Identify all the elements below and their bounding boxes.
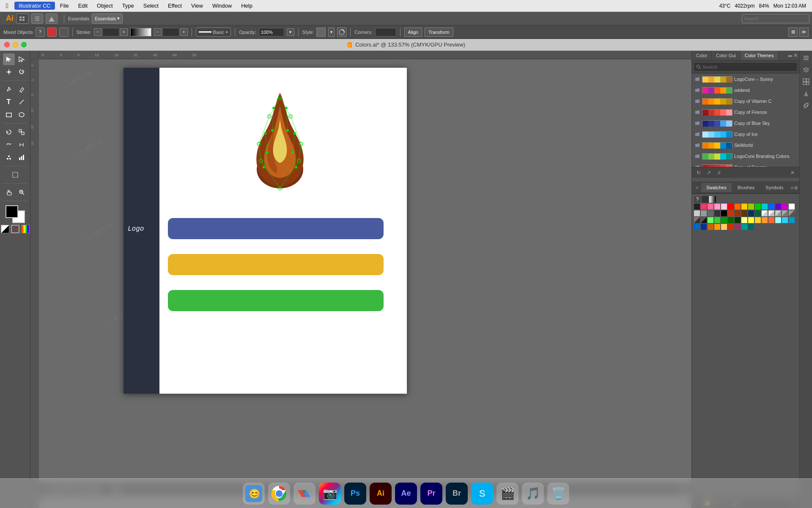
layers-btn[interactable]	[801, 65, 811, 75]
swatches-list-view[interactable]: ≡	[791, 185, 793, 190]
swatch-dgray[interactable]	[707, 210, 714, 217]
swatch-question[interactable]: ?	[694, 196, 701, 203]
workspace-dropdown[interactable]: Essentials ▾	[92, 14, 123, 24]
swatch-red-1[interactable]	[727, 203, 734, 210]
swatch-brick-red[interactable]	[727, 224, 734, 230]
mixed-objects-icon[interactable]: ?	[36, 28, 45, 37]
artboard-tool[interactable]	[9, 169, 21, 181]
swatch-orange-1[interactable]	[734, 203, 741, 210]
none-color-btn[interactable]	[11, 225, 19, 233]
swatches-grid-view[interactable]: ⊞	[794, 185, 798, 190]
menu-object[interactable]: Object	[93, 2, 117, 10]
ellipse-tool[interactable]	[16, 109, 27, 121]
tab-swatches[interactable]: Swatches	[701, 183, 732, 192]
swatch-brown-2[interactable]	[741, 210, 748, 217]
dock-dvd[interactable]: 🎬	[497, 483, 518, 505]
lasso-tool[interactable]	[16, 66, 27, 78]
swatch-brown-1[interactable]	[734, 210, 741, 217]
search-input[interactable]	[742, 14, 809, 23]
swatch-lblue[interactable]	[782, 217, 788, 224]
graph-tool[interactable]	[16, 152, 27, 163]
magic-wand-tool[interactable]	[3, 66, 15, 78]
dock-photoshop[interactable]: Ps	[344, 483, 366, 505]
direct-selection-tool[interactable]	[16, 53, 27, 65]
toolbar-workspace-switcher[interactable]	[16, 14, 29, 24]
warp-tool[interactable]	[3, 139, 15, 151]
swatch-purple-1[interactable]	[775, 203, 782, 210]
swatch-diag-2[interactable]	[768, 210, 775, 217]
properties-btn[interactable]	[801, 53, 811, 63]
menu-help[interactable]: Help	[237, 2, 257, 10]
style-dropdown-btn[interactable]: ▾	[328, 28, 335, 37]
menu-window[interactable]: Window	[208, 2, 236, 10]
corners-value[interactable]	[375, 28, 396, 36]
menu-app-name[interactable]: Illustrator CC	[14, 2, 55, 10]
swatch-vdgray[interactable]	[714, 210, 721, 217]
tab-color[interactable]: Color	[692, 51, 712, 60]
swatch-gold[interactable]	[754, 217, 761, 224]
swatch-vdgreen[interactable]	[727, 217, 734, 224]
panel-close-btn[interactable]: ✕	[793, 52, 798, 58]
dock-illustrator[interactable]: Ai	[370, 483, 392, 505]
theme-item-skiworld[interactable]: SkiWorld	[692, 140, 799, 151]
menu-view[interactable]: View	[187, 2, 207, 10]
zoom-tool[interactable]	[16, 186, 27, 198]
style-swatch[interactable]	[316, 28, 326, 37]
dock-googledrive[interactable]	[294, 483, 315, 505]
style-dropdown[interactable]: Basic ▾	[196, 28, 231, 37]
swatch-pale-orange[interactable]	[721, 224, 727, 230]
swatch-pink-1[interactable]	[707, 203, 714, 210]
theme-item-ice[interactable]: Copy of Ice	[692, 129, 799, 140]
stroke-decrement[interactable]: −	[94, 28, 102, 36]
dock-skype[interactable]: S	[471, 483, 493, 505]
swatch-diag-4[interactable]	[782, 210, 788, 217]
swatch-diag-7[interactable]	[700, 217, 707, 224]
theme-item-logocore-sunny[interactable]: LogoCore – Sunny	[692, 74, 799, 85]
color-spectrum-btn[interactable]	[21, 225, 30, 233]
swatch-yellow-1[interactable]	[741, 203, 748, 210]
toolbar-arrange[interactable]	[46, 14, 58, 24]
apple-menu[interactable]: 	[0, 2, 14, 10]
menu-type[interactable]: Type	[118, 2, 138, 10]
theme-refresh-btn[interactable]: ↻	[694, 168, 703, 177]
blue-color-bar[interactable]	[168, 218, 384, 239]
theme-item-vitamin-c[interactable]: Copy of Vitamin C	[692, 96, 799, 107]
toolbar-icon-mode[interactable]	[31, 14, 43, 24]
swatch-black[interactable]	[701, 196, 709, 203]
transform-btn[interactable]: Transform	[425, 28, 453, 37]
theme-item-oddend[interactable]: oddend	[692, 85, 799, 96]
pen-tool[interactable]	[3, 83, 15, 95]
swatch-vvdgreen[interactable]	[734, 217, 741, 224]
flame-illustration[interactable]	[238, 85, 322, 195]
maximize-btn[interactable]	[21, 42, 27, 47]
swatch-morange[interactable]	[768, 217, 775, 224]
artboards-btn[interactable]	[801, 77, 811, 86]
swatch-mgreen[interactable]	[714, 217, 721, 224]
theme-search-input[interactable]	[694, 62, 798, 72]
gradient-btn[interactable]	[1, 225, 9, 233]
tab-color-guide[interactable]: Color Gui	[712, 51, 740, 60]
swatch-diag-6[interactable]	[694, 217, 700, 224]
theme-close-btn[interactable]: ✕	[788, 168, 797, 177]
theme-item-firenze[interactable]: Copy of Firenze	[692, 107, 799, 118]
weight-value[interactable]	[162, 28, 179, 36]
symbol-tool[interactable]	[3, 152, 15, 163]
panel-expand-btn[interactable]: ▸▸	[788, 53, 793, 58]
menu-edit[interactable]: Edit	[74, 2, 92, 10]
pencil-tool[interactable]	[16, 83, 27, 95]
links-btn[interactable]	[801, 101, 811, 110]
swatches-close-btn[interactable]: ✕	[694, 184, 700, 191]
opacity-dropdown[interactable]: ▾	[287, 28, 294, 36]
dock-itunes[interactable]: 🎵	[522, 483, 544, 505]
stroke-value[interactable]	[102, 28, 119, 36]
opacity-value[interactable]	[259, 28, 284, 36]
scale-tool[interactable]	[16, 126, 27, 138]
stroke-swatch[interactable]	[130, 28, 151, 36]
swatch-red-pink[interactable]	[700, 203, 707, 210]
swatch-green-1[interactable]	[754, 203, 761, 210]
swatch-magenta-1[interactable]	[782, 203, 788, 210]
swatch-mblue[interactable]	[788, 217, 795, 224]
swatch-teal-2[interactable]	[741, 224, 748, 230]
swatch-blue2[interactable]	[694, 224, 700, 230]
stroke-preview[interactable]	[59, 28, 69, 37]
